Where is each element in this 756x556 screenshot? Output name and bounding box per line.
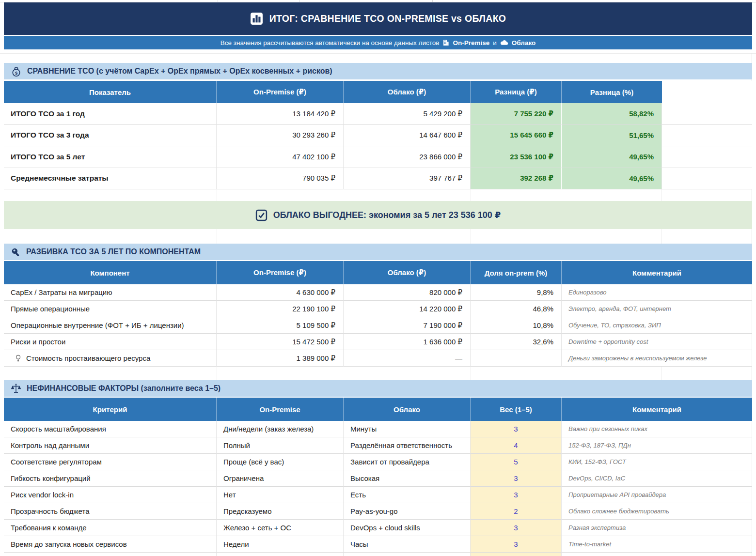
- money-bag-icon: $: [11, 66, 22, 77]
- breakdown-comment: Деньги заморожены в неиспользуемом желез…: [562, 350, 752, 367]
- breakdown-onprem-value: 22 190 100 ₽: [217, 301, 344, 317]
- factor-cloud-value: Pay-as-you-go: [344, 503, 471, 520]
- weight-input-cell[interactable]: 3: [471, 520, 562, 536]
- tco-cloud-value: 23 866 000 ₽: [344, 146, 471, 168]
- breakdown-cloud-value: —: [344, 350, 471, 367]
- subtitle-bar: Все значения рассчитываются автоматическ…: [4, 36, 752, 49]
- column-header: Разница (₽): [471, 81, 562, 103]
- factor-onprem-value: Ограничена: [217, 470, 344, 487]
- tco-onprem-value: 790 035 ₽: [217, 168, 344, 190]
- breakdown-comment: Downtime + opportunity cost: [562, 334, 752, 350]
- criterion-label: Соответствие регуляторам: [4, 454, 217, 470]
- section-breakdown-header: РАЗБИВКА TCO ЗА 5 ЛЕТ ПО КОМПОНЕНТАМ: [4, 244, 752, 260]
- subtitle-cloud-label: Облако: [512, 39, 536, 46]
- title-bar: ИТОГ: СРАВНЕНИЕ TCO ON-PREMISE vs ОБЛАКО: [4, 2, 752, 35]
- weight-input-cell[interactable]: 2: [471, 503, 562, 520]
- column-header: Критерий: [4, 398, 217, 421]
- section-factors-header: НЕФИНАНСОВЫЕ ФАКТОРЫ (заполните веса 1–5…: [4, 380, 752, 397]
- building-icon: [442, 39, 449, 46]
- weight-input-cell[interactable]: 5: [471, 454, 562, 470]
- tco-onprem-value: 47 402 100 ₽: [217, 146, 344, 168]
- subtitle-text: Все значения рассчитываются автоматическ…: [220, 39, 440, 46]
- checkbox-checked-icon: [255, 209, 268, 221]
- factor-onprem-value: Нет: [217, 487, 344, 503]
- tco-diff-pct: 51,65%: [562, 125, 662, 147]
- weight-input-cell[interactable]: 3: [471, 421, 562, 437]
- breakdown-share-value: [471, 350, 562, 367]
- tco-diff-rub: 7 755 220 ₽: [471, 103, 562, 125]
- criterion-label: Гибкость конфигураций: [4, 470, 217, 487]
- factors-table: Критерий On-Premise Облако Вес (1–5) Ком…: [4, 398, 752, 556]
- breakdown-cloud-value: 14 220 000 ₽: [344, 301, 471, 317]
- margin-cell: [662, 168, 752, 190]
- factor-comment: 152-ФЗ, 187-ФЗ, ПДн: [562, 437, 752, 454]
- svg-text:$: $: [15, 70, 18, 75]
- verdict-banner: ОБЛАКО ВЫГОДНЕЕ: экономия за 5 лет 23 53…: [4, 201, 752, 229]
- factor-cloud-value: Разделённая ответственность: [344, 437, 471, 454]
- breakdown-cloud-value: 1 636 000 ₽: [344, 334, 471, 350]
- magnifier-icon: [11, 247, 21, 257]
- criterion-label: Риск vendor lock-in: [4, 487, 217, 503]
- column-header: Разница (%): [562, 81, 662, 103]
- column-header: Облако (₽): [344, 81, 471, 103]
- section-tco-header: $ СРАВНЕНИЕ TCO (с учётом CapEx + OpEx п…: [4, 63, 752, 79]
- component-label: Прямые операционные: [4, 301, 217, 317]
- tco-diff-pct: 49,65%: [562, 146, 662, 168]
- summary-sheet: ИТОГ: СРАВНЕНИЕ TCO ON-PREMISE vs ОБЛАКО…: [0, 0, 756, 556]
- factor-comment: Облако сложнее бюджетировать: [562, 503, 752, 520]
- breakdown-share-value: 10,8%: [471, 317, 562, 334]
- margin-cell: [662, 103, 752, 125]
- breakdown-onprem-value: 4 630 000 ₽: [217, 284, 344, 301]
- factor-comment: DevOps, CI/CD, IaC: [562, 470, 752, 487]
- breakdown-comment: Единоразово: [562, 284, 752, 301]
- factor-comment: КИИ, 152-ФЗ, ГОСТ: [562, 454, 752, 470]
- column-header: Облако (₽): [344, 261, 471, 284]
- tco-diff-rub: 392 268 ₽: [471, 168, 562, 190]
- column-header: Комментарий: [562, 398, 752, 421]
- section-tco-title: СРАВНЕНИЕ TCO (с учётом CapEx + OpEx пря…: [27, 67, 332, 76]
- breakdown-onprem-value: 5 109 500 ₽: [217, 317, 344, 334]
- weight-input-cell[interactable]: 3: [471, 470, 562, 487]
- margin-cell: [662, 146, 752, 168]
- breakdown-cloud-value: 820 000 ₽: [344, 284, 471, 301]
- section-factors-title: НЕФИНАНСОВЫЕ ФАКТОРЫ (заполните веса 1–5…: [27, 384, 220, 393]
- subtitle-conjunction: и: [493, 39, 497, 46]
- column-header: Облако: [344, 398, 471, 421]
- margin-cell: [662, 81, 752, 103]
- column-header: Комментарий: [562, 261, 752, 284]
- factor-comment: Разная экспертиза: [562, 520, 752, 536]
- column-header: Компонент: [4, 261, 217, 284]
- factor-cloud-value: Минуты: [344, 421, 471, 437]
- gridline: [471, 229, 471, 244]
- column-header: On-Premise: [217, 398, 344, 421]
- factor-cloud-value: Есть: [344, 487, 471, 503]
- weight-input-cell[interactable]: 3: [471, 536, 562, 553]
- bar-chart-icon: [250, 12, 263, 25]
- component-label: Риски и простои: [4, 334, 217, 350]
- breakdown-comment: Электро, аренда, ФОТ, интернет: [562, 301, 752, 317]
- clipped-row-cell: [471, 553, 562, 556]
- breakdown-onprem-value: 1 389 000 ₽: [217, 350, 344, 367]
- factor-comment: Важно при сезонных пиках: [562, 421, 752, 437]
- factor-onprem-value: Дни/недели (заказ железа): [217, 421, 344, 437]
- tco-diff-rub: 15 645 660 ₽: [471, 125, 562, 147]
- factor-onprem-value: Недели: [217, 536, 344, 553]
- weight-input-cell[interactable]: 4: [471, 437, 562, 454]
- gridline: [471, 189, 471, 201]
- breakdown-onprem-value: 15 472 500 ₽: [217, 334, 344, 350]
- breakdown-share-value: 46,8%: [471, 301, 562, 317]
- factor-cloud-value: DevOps + cloud skills: [344, 520, 471, 536]
- clipped-row-cell: [4, 553, 217, 556]
- lightbulb-icon: [15, 354, 22, 362]
- tco-diff-pct: 58,82%: [562, 103, 662, 125]
- factor-comment: Time-to-market: [562, 536, 752, 553]
- tco-cloud-value: 397 767 ₽: [344, 168, 471, 190]
- factor-cloud-value: Высокая: [344, 470, 471, 487]
- tco-diff-rub: 23 536 100 ₽: [471, 146, 562, 168]
- section-breakdown-title: РАЗБИВКА TCO ЗА 5 ЛЕТ ПО КОМПОНЕНТАМ: [26, 247, 201, 256]
- factor-cloud-value: Часы: [344, 536, 471, 553]
- tco-table: Показатель On-Premise (₽) Облако (₽) Раз…: [4, 81, 752, 189]
- breakdown-cloud-value: 7 190 000 ₽: [344, 317, 471, 334]
- weight-input-cell[interactable]: 3: [471, 487, 562, 503]
- cloud-icon: [500, 40, 508, 46]
